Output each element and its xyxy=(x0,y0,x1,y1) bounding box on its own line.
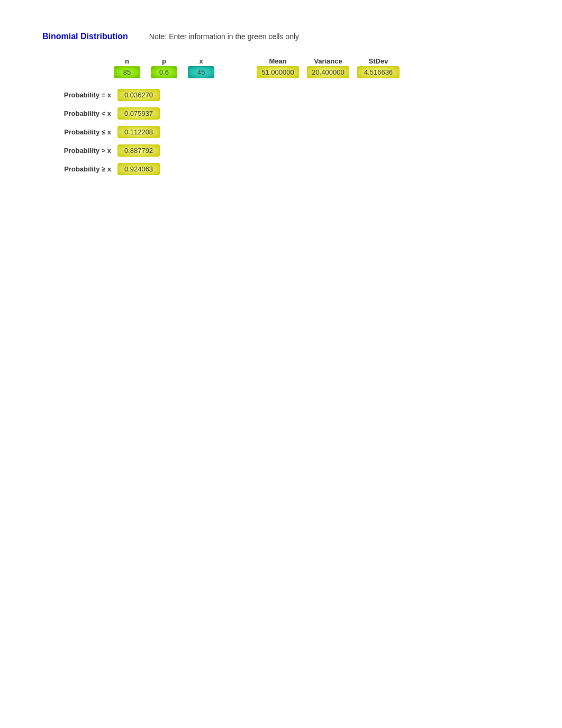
p-input[interactable]: 0.6 xyxy=(151,66,177,78)
p-label: p xyxy=(162,57,166,65)
left-section: n 85 p 0.6 x 45 Probability = x0.036270P… xyxy=(42,57,222,175)
x-input[interactable]: 45 xyxy=(188,66,214,78)
n-label: n xyxy=(125,57,129,65)
x-column: x 45 xyxy=(185,57,217,78)
probability-rows: Probability = x0.036270Probability < x0.… xyxy=(42,89,222,175)
prob-label: Probability ≥ x xyxy=(42,165,111,173)
prob-value: 0.887792 xyxy=(117,144,160,157)
probability-row: Probability < x0.075937 xyxy=(42,107,222,120)
variance-value: 20.400000 xyxy=(307,66,349,78)
probability-row: Probability ≥ x0.924063 xyxy=(42,163,222,175)
prob-label: Probability ≤ x xyxy=(42,128,111,136)
prob-label: Probability > x xyxy=(42,147,111,154)
prob-label: Probability = x xyxy=(42,91,111,99)
probability-row: Probability = x0.036270 xyxy=(42,89,222,101)
input-grid: n 85 p 0.6 x 45 xyxy=(42,57,222,78)
probability-row: Probability > x0.887792 xyxy=(42,144,222,157)
stdev-column: StDev 4.516636 xyxy=(355,57,402,78)
variance-column: Variance 20.400000 xyxy=(304,57,352,78)
mean-label: Mean xyxy=(269,57,286,65)
main-content: n 85 p 0.6 x 45 Probability = x0.036270P… xyxy=(42,57,520,175)
header-row: Binomial Distribution Note: Enter inform… xyxy=(42,32,520,41)
page-title: Binomial Distribution xyxy=(42,32,128,41)
header-note: Note: Enter information in the green cel… xyxy=(149,32,299,41)
stdev-value: 4.516636 xyxy=(357,66,400,78)
variance-label: Variance xyxy=(314,57,342,65)
prob-value: 0.075937 xyxy=(117,107,160,120)
mean-column: Mean 51.000000 xyxy=(254,57,302,78)
prob-label: Probability < x xyxy=(42,110,111,117)
stdev-label: StDev xyxy=(369,57,388,65)
mean-value: 51.000000 xyxy=(257,66,299,78)
n-column: n 85 xyxy=(111,57,143,78)
right-section: Mean 51.000000 Variance 20.400000 StDev … xyxy=(254,57,402,78)
prob-value: 0.924063 xyxy=(117,163,160,175)
stats-grid: Mean 51.000000 Variance 20.400000 StDev … xyxy=(254,57,402,78)
n-input[interactable]: 85 xyxy=(114,66,140,78)
x-label: x xyxy=(199,57,203,65)
p-column: p 0.6 xyxy=(148,57,180,78)
probability-row: Probability ≤ x0.112208 xyxy=(42,126,222,138)
prob-value: 0.036270 xyxy=(117,89,160,101)
prob-value: 0.112208 xyxy=(117,126,160,138)
